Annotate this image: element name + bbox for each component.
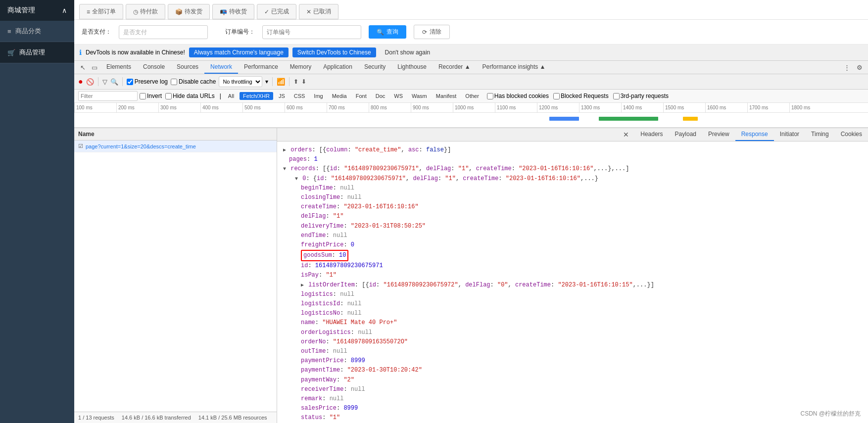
third-party-checkbox[interactable] (613, 93, 620, 99)
tab-application[interactable]: Application (317, 61, 358, 74)
payment-filter-label: 是否支付： (82, 28, 111, 36)
dont-show-button[interactable]: Don't show again (380, 47, 435, 57)
clear-network-button[interactable]: 🚫 (86, 78, 94, 86)
listorderitem-triangle[interactable]: ▶ (301, 282, 304, 288)
orders-triangle[interactable]: ▶ (283, 147, 286, 153)
tab-pending-ship[interactable]: 📦 待发货 (168, 4, 210, 19)
blocked-requests-checkbox[interactable] (553, 93, 560, 99)
hide-data-urls-check[interactable]: Hide data URLs (165, 93, 215, 99)
blocked-requests-check[interactable]: Blocked Requests (553, 93, 609, 99)
order-no-input[interactable] (262, 25, 361, 39)
requests-header: Name (74, 128, 277, 141)
sidebar-item-category[interactable]: ≡ 商品分类 (0, 21, 74, 42)
always-match-button[interactable]: Always match Chrome's language (189, 47, 289, 57)
throttling-select[interactable]: No throttling (219, 76, 262, 87)
details-tab-headers[interactable]: Headers (634, 128, 669, 141)
filter-wasm-btn[interactable]: Wasm (408, 92, 431, 100)
sidebar: 商城管理 ∧ ≡ 商品分类 🛒 商品管理 (0, 0, 74, 423)
import-icon[interactable]: ⬆ (293, 78, 298, 85)
tab-recorder[interactable]: Recorder ▲ (433, 61, 477, 74)
disable-cache-check[interactable]: Disable cache (171, 78, 216, 85)
json-line-paymenttime: paymentTime: "2023-01-30T10:20:42" (283, 366, 862, 375)
tab-cancelled[interactable]: ✕ 已取消 (299, 4, 338, 19)
tab-console[interactable]: Console (137, 61, 171, 74)
tab-security[interactable]: Security (358, 61, 391, 74)
tab-memory[interactable]: Memory (284, 61, 317, 74)
device-icon[interactable]: ▭ (89, 61, 100, 73)
filter-other-btn[interactable]: Other (462, 92, 482, 100)
invert-check[interactable]: Invert (140, 93, 162, 99)
details-tab-timing[interactable]: Timing (805, 128, 835, 141)
preserve-log-check[interactable]: Preserve log (127, 78, 168, 85)
tab-pending-receive[interactable]: 📭 待收货 (212, 4, 254, 19)
filter-font-btn[interactable]: Font (352, 92, 370, 100)
toolbar-divider-2 (122, 77, 123, 86)
request-item[interactable]: ☑ page?current=1&size=20&descs=create_ti… (74, 141, 277, 152)
records-triangle[interactable]: ▼ (283, 166, 286, 172)
hide-data-urls-checkbox[interactable] (165, 93, 172, 99)
more-tools-icon[interactable]: ⋮ (841, 61, 853, 73)
tab-performance-insights[interactable]: Performance insights ▲ (477, 61, 552, 74)
requests-count: 1 / 13 requests (78, 415, 114, 421)
details-tab-response[interactable]: Response (735, 128, 774, 141)
close-details-icon[interactable]: ✕ (622, 129, 630, 140)
has-blocked-cookies-checkbox[interactable] (487, 93, 493, 99)
third-party-check[interactable]: 3rd-party requests (613, 93, 669, 99)
json-line-logisticsno: logisticsNo: null (283, 309, 862, 318)
filter-doc-btn[interactable]: Doc (372, 92, 389, 100)
tab-completed[interactable]: ✓ 已完成 (257, 4, 296, 19)
filter-img-btn[interactable]: Img (310, 92, 326, 100)
json-line-logisticsid: logisticsId: null (283, 299, 862, 309)
cursor-icon[interactable]: ↖ (77, 61, 89, 73)
settings-icon[interactable]: ⚙ (854, 61, 866, 73)
filter-css-btn[interactable]: CSS (290, 92, 309, 100)
goodssum-highlight: goodsSum: 10 (301, 250, 348, 261)
tab-network[interactable]: Network (204, 61, 238, 74)
filter-media-btn[interactable]: Media (329, 92, 350, 100)
tab-sources[interactable]: Sources (171, 61, 204, 74)
info-icon: ℹ (79, 48, 82, 56)
json-response-content[interactable]: ▶ orders: [{column: "create_time", asc: … (277, 141, 868, 423)
filter-fetch-xhr-btn[interactable]: Fetch/XHR (240, 92, 273, 100)
cancelled-icon: ✕ (306, 8, 311, 15)
tab-pending-payment[interactable]: ◷ 待付款 (126, 4, 165, 19)
network-filter-input[interactable] (78, 91, 138, 101)
filter-toggle-icon[interactable]: ▽ (102, 78, 107, 86)
throttling-arrow[interactable]: ▾ (265, 78, 268, 85)
main-content: ≡ 全部订单 ◷ 待付款 📦 待发货 📭 待收货 ✓ 已完成 ✕ 已取消 是否支… (74, 0, 868, 423)
json-line-status: status: "1" (283, 413, 862, 423)
switch-chinese-button[interactable]: Switch DevTools to Chinese (292, 47, 376, 57)
has-blocked-cookies-check[interactable]: Has blocked cookies (487, 93, 549, 99)
tab-elements[interactable]: Elements (100, 61, 137, 74)
details-tab-cookies[interactable]: Cookies (835, 128, 868, 141)
details-tab-initiator[interactable]: Initiator (774, 128, 805, 141)
tab-all-orders[interactable]: ≡ 全部订单 (79, 4, 123, 19)
filter-all-btn[interactable]: All (225, 92, 238, 100)
invert-checkbox[interactable] (140, 93, 146, 99)
search-button[interactable]: 🔍 查询 (369, 25, 406, 39)
filter-ws-btn[interactable]: WS (390, 92, 406, 100)
record-button[interactable]: ● (78, 77, 83, 86)
pending-receive-icon: 📭 (220, 8, 227, 15)
json-line-pages: pages: 1 (283, 155, 862, 164)
tab-performance[interactable]: Performance (238, 61, 284, 74)
mark-200ms: 200 ms (116, 103, 158, 112)
disable-cache-checkbox[interactable] (171, 79, 177, 85)
clear-button[interactable]: ⟳ 清除 (414, 25, 450, 39)
preserve-log-checkbox[interactable] (127, 79, 133, 85)
mark-400ms: 400 ms (200, 103, 242, 112)
wifi-icon[interactable]: 📶 (277, 78, 285, 86)
details-tab-payload[interactable]: Payload (669, 128, 702, 141)
requests-footer: 1 / 13 requests 14.6 kB / 16.6 kB transf… (74, 412, 277, 423)
record0-triangle[interactable]: ▼ (295, 176, 298, 182)
filter-manifest-btn[interactable]: Manifest (433, 92, 460, 100)
search-network-icon[interactable]: 🔍 (110, 78, 118, 86)
sidebar-collapse-icon[interactable]: ∧ (62, 6, 67, 14)
timeline-bar-orange (683, 117, 698, 121)
export-icon[interactable]: ⬇ (301, 78, 306, 85)
filter-js-btn[interactable]: JS (275, 92, 289, 100)
payment-filter-select[interactable]: 是否支付 (119, 25, 208, 39)
sidebar-item-goods[interactable]: 🛒 商品管理 (0, 42, 74, 63)
details-tab-preview[interactable]: Preview (702, 128, 735, 141)
tab-lighthouse[interactable]: Lighthouse (391, 61, 433, 74)
